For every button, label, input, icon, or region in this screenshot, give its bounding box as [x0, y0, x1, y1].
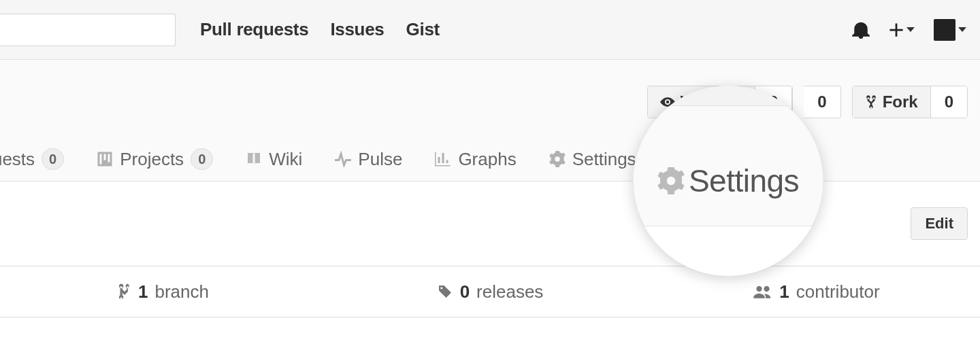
stat-count: 1	[138, 281, 148, 302]
magnifier-content: Settings	[657, 162, 799, 199]
tab-counter: 0	[191, 148, 213, 170]
stat-releases[interactable]: 0 releases	[327, 266, 653, 317]
stat-count: 1	[779, 281, 789, 302]
gear-icon	[549, 151, 566, 167]
fork-button[interactable]: Fork	[853, 86, 930, 118]
tab-counter: 0	[42, 148, 64, 170]
tab-label: Pulse	[358, 149, 402, 170]
fork-group: Fork 0	[852, 86, 968, 118]
star-count[interactable]: 0	[804, 86, 840, 118]
stat-label: contributor	[796, 281, 880, 302]
tab-projects[interactable]: Projects 0	[97, 148, 213, 170]
bell-icon[interactable]	[852, 21, 870, 39]
fork-icon	[865, 94, 877, 109]
book-icon	[246, 151, 262, 167]
tab-label: Wiki	[269, 149, 302, 170]
tag-icon	[437, 283, 453, 300]
edit-button[interactable]: Edit	[911, 207, 968, 240]
description-row: Edit	[0, 182, 980, 266]
pulse-icon	[335, 151, 351, 167]
magnifier-label: Settings	[689, 162, 799, 199]
repo-head: Watch 0 0 Fork 0 equests 0	[0, 60, 980, 182]
star-group: 0	[804, 86, 840, 118]
tab-settings[interactable]: Settings	[549, 149, 636, 170]
caret-down-icon	[906, 27, 915, 32]
repo-actions-row: Watch 0 0 Fork 0	[0, 60, 980, 118]
graph-icon	[435, 151, 451, 167]
fork-count[interactable]: 0	[930, 86, 967, 118]
top-header: Pull requests Issues Gist	[0, 0, 980, 60]
top-nav: Pull requests Issues Gist	[200, 19, 440, 40]
tab-pulse[interactable]: Pulse	[335, 149, 402, 170]
gear-icon	[657, 167, 685, 194]
tab-label: equests	[0, 149, 35, 170]
nav-pull-requests[interactable]: Pull requests	[200, 19, 308, 40]
user-menu[interactable]	[934, 19, 966, 41]
project-icon	[97, 151, 113, 167]
repo-tabs: equests 0 Projects 0 Wiki Pulse	[0, 118, 980, 182]
top-actions	[852, 19, 966, 41]
nav-gist[interactable]: Gist	[406, 19, 440, 40]
people-icon	[753, 284, 772, 299]
search-input[interactable]	[0, 14, 176, 46]
stat-label: releases	[476, 281, 543, 302]
caret-down-icon	[958, 27, 966, 32]
magnifier-overlay: 0 Settings	[633, 86, 823, 276]
tab-label: Projects	[120, 149, 184, 170]
stat-contributors[interactable]: 1 contributor	[653, 266, 980, 317]
stat-branches[interactable]: 1 branch	[0, 266, 327, 317]
branch-icon	[118, 283, 131, 300]
fork-label: Fork	[883, 92, 918, 111]
stat-count: 0	[460, 281, 470, 302]
tab-label: Settings	[572, 149, 636, 170]
nav-issues[interactable]: Issues	[330, 19, 384, 40]
repo-stats: 1 branch 0 releases 1 contributor	[0, 266, 980, 317]
tab-wiki[interactable]: Wiki	[246, 149, 302, 170]
tab-graphs[interactable]: Graphs	[435, 149, 516, 170]
avatar	[934, 19, 956, 41]
create-dropdown[interactable]	[889, 22, 915, 37]
stat-label: branch	[154, 281, 209, 302]
tab-pull-requests[interactable]: equests 0	[0, 148, 64, 170]
tab-label: Graphs	[458, 149, 516, 170]
